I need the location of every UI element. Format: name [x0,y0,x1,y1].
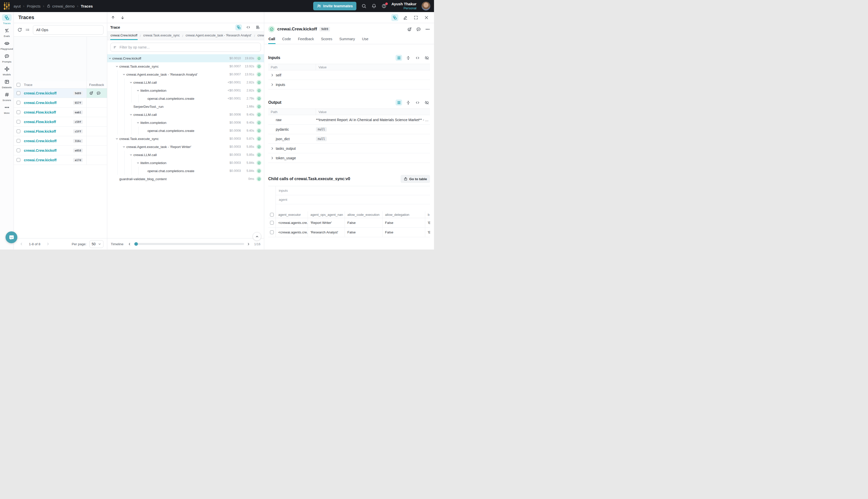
expand-toggle[interactable] [405,99,411,106]
column-settings-icon[interactable] [25,27,30,32]
prev-page-icon[interactable] [19,242,23,246]
breadcrumb-item-crewai_demo[interactable]: crewai_demo [47,4,75,8]
trace-tree-row[interactable]: guardrail-validate_blog_content0ms [107,175,264,183]
code-view-toggle[interactable] [414,99,421,106]
select-all-checkbox[interactable] [270,213,274,217]
support-chat-button[interactable] [5,231,17,243]
row-checkbox[interactable] [16,110,20,114]
invite-teammates-button[interactable]: Invite teammates [313,2,356,10]
row-checkbox[interactable] [270,221,274,224]
column-header-b[interactable]: b [425,211,430,218]
breadcrumb-item-traces[interactable]: Traces [81,4,93,8]
trace-list-row[interactable]: crewai.Crew.kickoffa17d [14,155,107,165]
trace-list-row[interactable]: crewai.Flow.kickoffc59f [14,117,107,126]
go-to-table-button[interactable]: Go to table [400,175,430,183]
trace-name-link[interactable]: crewai.Flow.kickoff [24,120,56,124]
sidebar-item-evals[interactable]: Evals [0,27,14,37]
sidebar-item-more[interactable]: More [0,104,14,114]
timeline-prev-icon[interactable] [127,242,131,246]
trace-tree-row[interactable]: crewai.LLM.call$0.00035.85s [107,151,264,159]
expand-chevron-icon[interactable] [135,160,140,165]
trace-name-link[interactable]: crewai.Flow.kickoff [24,130,56,133]
previous-trace-icon[interactable] [111,15,115,20]
expand-chevron-icon[interactable] [128,80,133,85]
tree-view-toggle[interactable] [235,24,242,31]
child-call-row[interactable]: <crewai.agents.cre...'Report Writer'Fals… [268,218,430,228]
tab-feedback[interactable]: Feedback [298,35,314,44]
trace-id-badge[interactable]: eab1 [73,110,83,114]
trace-column-header[interactable]: Trace [23,83,86,87]
more-options-icon[interactable] [425,27,430,32]
trace-breadcrumb-tab[interactable]: crewai.Task.execute_sync [143,32,180,40]
timeline-slider-handle[interactable] [134,242,138,246]
trace-breadcrumb-tab[interactable]: crewai.LLM.call [257,32,264,40]
trace-tree-row[interactable]: crewai.Task.execute_sync$0.00035.87s [107,135,264,143]
expand-chevron-icon[interactable] [121,72,126,77]
hide-values-toggle[interactable] [423,55,430,61]
trace-name-link[interactable]: crewai.Crew.kickoff [24,139,57,143]
avatar[interactable] [421,1,431,11]
sidebar-item-traces[interactable]: Traces [0,14,14,25]
trace-tree-row[interactable]: crewai.Crew.kickoff$0.001019.83s [107,54,264,62]
trace-id-badge[interactable]: c59f [73,120,83,124]
call-id-badge[interactable]: 9d89 [320,27,330,32]
expand-chevron-icon[interactable] [114,136,119,141]
sidebar-item-playground[interactable]: Playground [0,40,14,50]
trace-id-badge[interactable]: 9d89 [73,91,83,95]
column-header-agent_executor[interactable]: agent_executor [276,211,308,218]
trace-list-row[interactable]: crewai.Crew.kickoffe058 [14,146,107,155]
tab-scores[interactable]: Scores [321,35,333,44]
pretty-view-toggle[interactable] [396,55,402,61]
ops-filter-select[interactable]: All Ops [33,25,103,35]
expand-chevron-icon[interactable] [135,120,140,125]
row-checkbox[interactable] [16,101,20,105]
trace-id-badge[interactable]: e058 [73,148,83,153]
trace-name-link[interactable]: crewai.Flow.kickoff [24,110,56,114]
comment-icon[interactable] [416,27,421,32]
expand-chevron-icon[interactable] [114,64,119,69]
comment-icon[interactable] [97,91,101,95]
op-name-filter-input[interactable]: Filter by op name... [110,43,261,52]
expand-chevron-icon[interactable] [107,56,112,61]
column-header-agent_ops_agent_nan[interactable]: agent_ops_agent_nan [308,211,345,218]
column-header-allow_code_execution[interactable]: allow_code_execution [345,211,382,218]
breadcrumb-item-projects[interactable]: Projects [27,4,40,8]
row-checkbox[interactable] [16,158,20,162]
flame-graph-toggle[interactable] [255,24,261,31]
fullscreen-button[interactable] [412,14,419,21]
trace-list-row[interactable]: crewai.Crew.kickoff657f [14,98,107,108]
tab-code[interactable]: Code [282,35,292,44]
breadcrumb-item-ayut[interactable]: ayut [14,4,21,8]
expand-chevron-icon[interactable] [128,112,133,117]
trace-id-badge[interactable]: a17d [73,158,83,162]
sidebar-item-scorers[interactable]: Scorers [0,91,14,101]
trace-name-link[interactable]: crewai.Crew.kickoff [24,101,57,105]
expand-chevron-icon[interactable] [128,152,133,157]
trace-breadcrumb-tab[interactable]: crewai.Agent.execute_task - 'Research An… [185,32,252,40]
edit-button[interactable] [402,14,409,21]
trace-name-link[interactable]: crewai.Crew.kickoff [24,91,57,95]
search-icon[interactable] [361,3,367,9]
trace-tree-row[interactable]: litellm.completion$0.00069.40s [107,119,264,126]
timeline-next-icon[interactable] [247,242,250,246]
kv-path[interactable]: token_usage [268,156,316,160]
expand-toggle[interactable] [405,55,411,61]
scroll-to-top-button[interactable] [253,232,261,241]
refresh-icon[interactable] [17,27,22,32]
column-header-allow_delegation[interactable]: allow_delegation [382,211,425,218]
add-reaction-icon[interactable] [407,27,412,32]
expand-chevron-icon[interactable] [135,88,140,93]
wandb-logo-icon[interactable] [3,2,10,10]
trace-tree-row[interactable]: crewai.Agent.execute_task - 'Research An… [107,70,264,78]
tab-use[interactable]: Use [362,35,369,44]
trace-list-row[interactable]: crewai.Flow.kickoffc5ff [14,126,107,136]
sidebar-item-datasets[interactable]: Datasets [0,78,14,89]
trace-list-row[interactable]: crewai.Crew.kickoff9d89 [14,88,107,98]
help-icon[interactable] [382,3,386,9]
row-checkbox[interactable] [16,148,20,152]
user-menu[interactable]: Ayush Thakur Personal [392,2,417,11]
next-page-icon[interactable] [46,242,50,246]
child-call-row[interactable]: <crewai.agents.cre...'Research Analyst'F… [268,228,430,237]
kv-path[interactable]: self [268,73,316,77]
add-reaction-icon[interactable] [89,91,94,95]
